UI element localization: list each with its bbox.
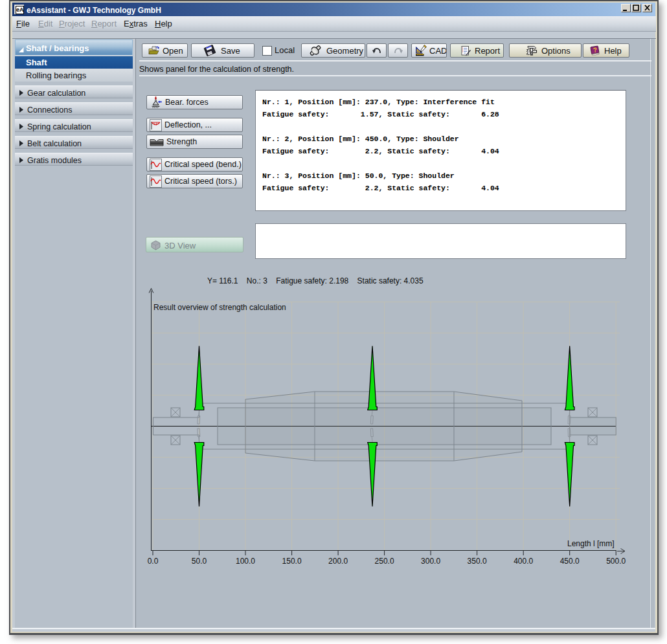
svg-text:250.0: 250.0 <box>375 557 394 566</box>
svg-text:Result overview of strength ca: Result overview of strength calculation <box>153 303 286 312</box>
svg-text:100.0: 100.0 <box>236 557 255 566</box>
svg-text:350.0: 350.0 <box>468 557 487 566</box>
svg-text:200.0: 200.0 <box>328 557 348 566</box>
svg-text:450.0: 450.0 <box>560 557 580 566</box>
svg-text:50.0: 50.0 <box>192 557 207 566</box>
svg-text:0.0: 0.0 <box>148 557 159 566</box>
svg-text:400.0: 400.0 <box>514 557 533 566</box>
svg-text:150.0: 150.0 <box>282 557 302 566</box>
svg-text:500.0: 500.0 <box>606 557 626 566</box>
svg-text:Length l [mm]: Length l [mm] <box>567 539 615 548</box>
svg-text:300.0: 300.0 <box>421 557 440 566</box>
